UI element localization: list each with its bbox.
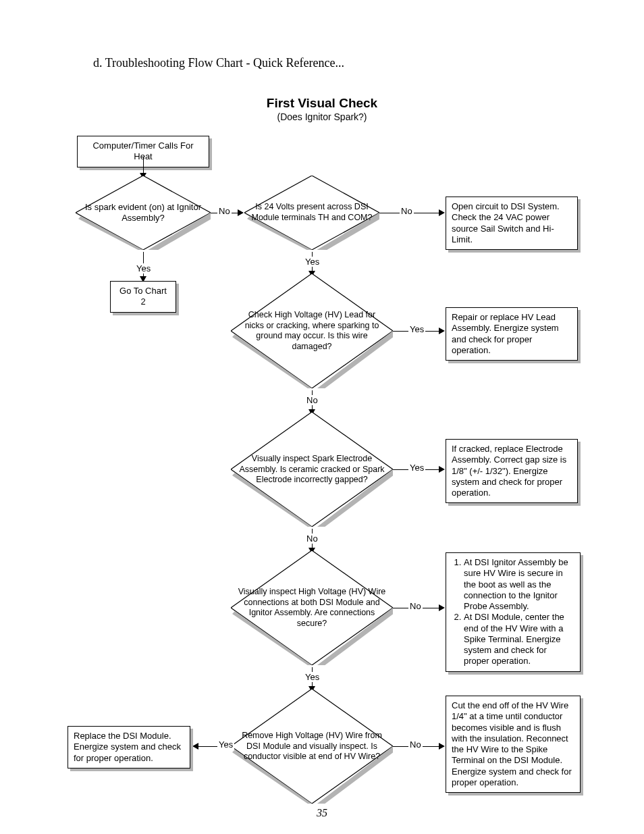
node-repair-hv-lead: Repair or replace HV Lead Assembly. Ener… <box>446 307 578 361</box>
edge-label-yes: Yes <box>408 324 425 334</box>
page-number: 35 <box>0 807 644 819</box>
chart-subtitle: (Does Ignitor Spark?) <box>0 111 644 122</box>
decision-24v-present: Is 24 Volts present across DSI Module te… <box>244 176 379 250</box>
decision-hv-lead-damaged: Check High Voltage (HV) Lead for nicks o… <box>231 273 393 388</box>
edge-label-no: No <box>400 206 414 216</box>
edge-label-yes: Yes <box>135 263 152 273</box>
decision-24v-present-text: Is 24 Volts present across DSI Module te… <box>244 202 379 223</box>
node-replace-electrode-text: If cracked, replace Electrode Assembly. … <box>452 444 566 498</box>
node-replace-dsi-module-text: Replace the DSI Module. Energize system … <box>74 731 181 763</box>
node-secure-hv-wire: At DSI Ignitor Assembly be sure HV Wire … <box>446 552 581 672</box>
node-goto-chart-2-text: Go To Chart 2 <box>119 286 167 307</box>
decision-conductor-visible-text: Remove High Voltage (HV) Wire from DSI M… <box>231 731 393 762</box>
edge-label-yes: Yes <box>304 257 321 267</box>
edge-label-no: No <box>408 601 423 611</box>
decision-hv-connections-secure: Visually inspect High Voltage (HV) Wire … <box>231 550 393 665</box>
decision-spark-evident: Is spark evident (on) at Ignitor Assembl… <box>76 176 211 250</box>
edge-label-yes: Yes <box>408 463 425 473</box>
edge-label-yes: Yes <box>217 739 234 750</box>
decision-conductor-visible: Remove High Voltage (HV) Wire from DSI M… <box>231 689 393 804</box>
edge-label-yes: Yes <box>304 672 321 682</box>
edge-label-no: No <box>408 739 423 750</box>
edge-label-no: No <box>305 533 319 544</box>
decision-electrode-cracked: Visually inspect Spark Electrode Assembl… <box>231 412 393 527</box>
section-heading: d. Troubleshooting Flow Chart - Quick Re… <box>93 56 344 70</box>
chart-title: First Visual Check <box>0 96 644 111</box>
decision-hv-lead-damaged-text: Check High Voltage (HV) Lead for nicks o… <box>231 310 393 353</box>
node-secure-hv-wire-step-1: At DSI Ignitor Assembly be sure HV Wire … <box>464 557 574 612</box>
node-goto-chart-2: Go To Chart 2 <box>110 281 176 313</box>
node-secure-hv-wire-step-2: At DSI Module, center the end of the HV … <box>464 612 574 667</box>
node-replace-electrode: If cracked, replace Electrode Assembly. … <box>446 439 578 503</box>
decision-spark-evident-text: Is spark evident (on) at Ignitor Assembl… <box>76 202 211 224</box>
node-open-circuit-text: Open circuit to DSI System. Check the 24… <box>452 201 560 244</box>
node-repair-hv-lead-text: Repair or replace HV Lead Assembly. Ener… <box>452 312 559 355</box>
node-cut-hv-wire-text: Cut the end off of the HV Wire 1/4" at a… <box>452 700 572 787</box>
edge-label-no: No <box>305 395 319 405</box>
node-open-circuit: Open circuit to DSI System. Check the 24… <box>446 197 578 250</box>
edge-label-no: No <box>217 206 232 216</box>
decision-electrode-cracked-text: Visually inspect Spark Electrode Assembl… <box>231 454 393 486</box>
node-replace-dsi-module: Replace the DSI Module. Energize system … <box>68 726 190 768</box>
decision-hv-connections-secure-text: Visually inspect High Voltage (HV) Wire … <box>231 587 393 629</box>
node-cut-hv-wire: Cut the end off of the HV Wire 1/4" at a… <box>446 696 581 793</box>
